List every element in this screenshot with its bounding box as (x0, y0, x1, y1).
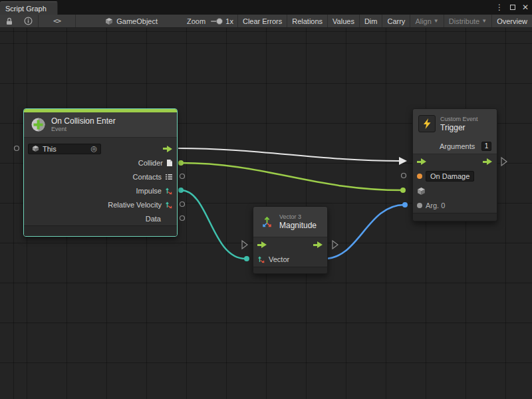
port-label-vector: Vector (269, 255, 289, 263)
node-type-label: Custom Event (440, 116, 478, 123)
port-label-relative-velocity: Relative Velocity (108, 201, 162, 209)
clear-errors-button[interactable]: Clear Errors (237, 15, 287, 28)
maximize-icon[interactable] (510, 5, 515, 10)
object-picker-icon[interactable]: ◎ (90, 145, 97, 152)
zoom-value: 1x (225, 17, 233, 25)
zoom-slider-knob[interactable] (216, 18, 223, 25)
zoom-slider[interactable] (211, 21, 220, 22)
arguments-label: Arguments (440, 142, 475, 150)
string-port-icon[interactable] (417, 174, 422, 179)
node-footer (413, 213, 497, 221)
trigger-flow-out-port[interactable] (501, 158, 507, 166)
flow-out-icon[interactable] (483, 158, 493, 165)
relations-button[interactable]: Relations (287, 15, 327, 28)
flow-in-icon[interactable] (417, 158, 427, 165)
node-subtitle: Event (51, 126, 116, 133)
vector3-mini-icon (165, 187, 173, 195)
collider-doc-icon (166, 159, 173, 167)
info-icon[interactable] (19, 15, 38, 28)
node-title: On Collision Enter (51, 116, 116, 126)
graph-toolbar: <> GameObject Zoom 1x Clear Errors Relat… (0, 15, 532, 28)
gameobject-label: GameObject (116, 17, 158, 25)
wire-impulse-to-vector[interactable] (181, 190, 245, 259)
carry-button[interactable]: Carry (382, 15, 410, 28)
collision-event-icon (31, 117, 46, 132)
chevron-down-icon: ▼ (434, 18, 439, 24)
data-output-port[interactable] (180, 216, 185, 221)
graph-canvas[interactable]: On Collision Enter Event This ◎ Collider (0, 28, 532, 399)
align-dropdown[interactable]: Align▼ (410, 15, 443, 28)
port-label-impulse: Impulse (136, 187, 162, 195)
vector3-mini-icon (257, 255, 265, 263)
close-icon[interactable]: ✕ (522, 3, 529, 12)
flow-out-icon[interactable] (313, 241, 323, 248)
lock-icon[interactable] (0, 15, 19, 28)
trigger-target-input-port[interactable] (400, 188, 406, 193)
code-view-icon[interactable]: <> (48, 15, 66, 28)
wire-magnitude-to-arg0[interactable] (325, 205, 404, 259)
list-icon (165, 173, 173, 181)
vector-input-port[interactable] (244, 256, 249, 261)
contacts-output-port[interactable] (180, 174, 185, 179)
trigger-name-input-port[interactable] (402, 174, 406, 178)
values-button[interactable]: Values (327, 15, 359, 28)
wire-flow-arrowhead-icon (399, 157, 407, 165)
node-footer (24, 225, 177, 236)
node-on-collision-enter[interactable]: On Collision Enter Event This ◎ Collider (23, 108, 178, 237)
event-name-input[interactable]: On Damage (426, 171, 474, 182)
tab-title: Script Graph (5, 5, 47, 13)
flow-out-icon[interactable] (163, 146, 173, 152)
cube-icon (417, 187, 426, 196)
dim-button[interactable]: Dim (359, 15, 382, 28)
relative-velocity-output-port[interactable] (180, 202, 185, 207)
arg0-port-icon[interactable] (417, 203, 422, 208)
window-menu-icon[interactable]: ⋮ (495, 3, 503, 12)
node-type-label: Vector 3 (279, 213, 317, 221)
vector3-mini-icon (165, 201, 173, 209)
port-label-collider: Collider (138, 159, 163, 167)
node-title: Magnitude (279, 221, 317, 230)
node-footer (253, 267, 327, 273)
distribute-dropdown[interactable]: Distribute▼ (444, 15, 491, 28)
magnitude-flow-in-port[interactable] (242, 241, 247, 249)
vector3-icon (260, 215, 274, 229)
port-label-data: Data (146, 215, 161, 223)
gameobject-context[interactable]: GameObject (101, 17, 162, 25)
cube-icon (105, 17, 113, 25)
impulse-output-port[interactable] (178, 188, 184, 193)
tab-script-graph[interactable]: Script Graph (0, 1, 58, 15)
toolbar-separator (75, 15, 76, 28)
collider-output-port[interactable] (178, 160, 184, 166)
node-vector3-magnitude[interactable]: Vector 3 Magnitude Vector (253, 206, 328, 274)
target-dropdown[interactable]: This ◎ (28, 144, 101, 154)
port-label-contacts: Contacts (133, 173, 162, 181)
flow-in-icon[interactable] (257, 241, 267, 248)
magnitude-flow-out-port[interactable] (332, 241, 338, 249)
arg0-input-port[interactable] (402, 202, 408, 207)
toolbar-separator (38, 15, 39, 28)
custom-event-icon (418, 115, 436, 132)
this-input-port[interactable] (15, 146, 19, 151)
chevron-down-icon: ▼ (481, 18, 487, 24)
wire-flow-collision-to-trigger[interactable] (178, 148, 400, 161)
port-label-arg0: Arg. 0 (426, 201, 445, 209)
overview-button[interactable]: Overview (491, 15, 532, 28)
target-value: This (43, 145, 57, 153)
node-trigger-custom-event[interactable]: Custom Event Trigger Arguments 1 On Dama… (412, 108, 497, 221)
arguments-input[interactable]: 1 (481, 142, 491, 151)
wire-collider-to-target[interactable] (181, 163, 403, 190)
window-tab-bar: Script Graph ⋮ ✕ (0, 0, 532, 15)
node-title: Trigger (440, 123, 478, 132)
cube-icon (32, 145, 39, 152)
zoom-label: Zoom (187, 17, 205, 25)
